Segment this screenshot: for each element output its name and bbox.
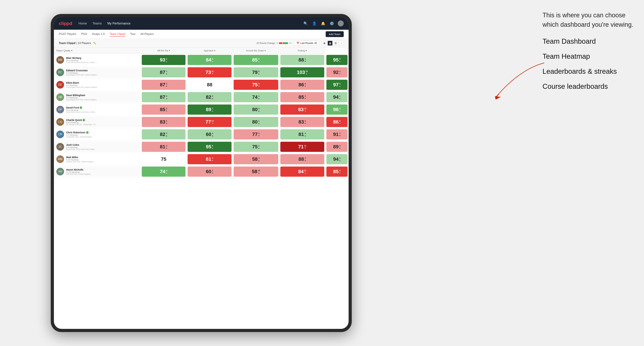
score-box: 854 — [326, 167, 348, 177]
score-value: 88 — [207, 82, 212, 88]
team-title: Team Clippd | 14 Players — [59, 42, 91, 45]
arrow-up-icon — [339, 97, 341, 99]
score-cell-4-4: 963 — [325, 103, 348, 116]
score-change: 15 — [306, 70, 308, 75]
score-box: 10315 — [280, 67, 324, 77]
score-value: 85 — [252, 57, 258, 63]
score-change: 14 — [212, 120, 214, 124]
dashboard-option-item: Team Dashboard — [542, 36, 634, 46]
sub-nav-pga[interactable]: PGA — [81, 32, 87, 37]
arrow-up-icon — [258, 97, 260, 99]
edit-team-icon[interactable]: ✏️ — [93, 42, 96, 44]
sub-nav-team-clippd[interactable]: Team Clippd — [110, 32, 125, 37]
player-cell-6[interactable]: CRChris Robertson✓1-5 HandicapCraigmilla… — [54, 128, 141, 141]
arrow-up-icon — [258, 122, 260, 124]
score-box: 7311 — [188, 67, 232, 77]
score-cell-6-3: 814 — [279, 128, 325, 141]
player-cell-4[interactable]: DFDavid Ford✓Plus HandicapRoyal North De… — [54, 103, 141, 116]
arrow-up-icon — [166, 172, 168, 174]
sub-nav-pgat[interactable]: PGAT Players — [59, 32, 76, 37]
score-box: 897 — [188, 105, 232, 115]
score-box: 871 — [142, 67, 186, 77]
player-cell-9[interactable]: ANAaron Nicholls11-15 HandicapDrift Golf… — [54, 166, 141, 178]
player-club: St. George's Hill GC - Weybridge - Surre… — [66, 124, 98, 126]
sub-nav-all-players[interactable]: All Players — [140, 32, 154, 37]
score-change: 9 — [339, 58, 341, 62]
score-change-value: 9 — [258, 70, 259, 72]
player-cell-2[interactable]: EEElliot Ebert1-5 HandicapSunningdale Go… — [54, 79, 141, 91]
score-value: 58 — [252, 169, 257, 174]
user-avatar[interactable] — [338, 20, 344, 26]
list-view-button[interactable]: ☰ — [333, 41, 338, 46]
score-change: 3 — [166, 132, 168, 137]
score-box: 752 — [234, 142, 278, 152]
score-cell-6-2: 773 — [232, 128, 279, 141]
score-box: 975 — [326, 80, 348, 90]
bell-icon[interactable]: 🔔 — [320, 21, 326, 26]
score-change-value: 1 — [166, 70, 167, 72]
nav-links: Home Teams My Performance — [78, 21, 303, 26]
score-change-value: 1 — [258, 95, 259, 97]
score-value: 74 — [252, 94, 258, 100]
player-name: Charlie Quick✓ — [66, 119, 98, 121]
score-change-value: 14 — [212, 120, 214, 122]
player-cell-3[interactable]: DBDave Billingham1-5 HandicapGog Magog G… — [54, 91, 141, 103]
player-avatar: EC — [56, 68, 64, 76]
score-cell-6-4: 913 — [325, 128, 348, 141]
score-value: 88 — [298, 156, 304, 162]
score-value: 84 — [298, 169, 304, 174]
player-name: Edward Crossman — [66, 69, 97, 72]
score-change: 21 — [304, 170, 306, 174]
score-change-value: 3 — [212, 157, 213, 159]
score-box: 823 — [142, 129, 186, 140]
player-cell-1[interactable]: ECEdward Crossman1-5 HandicapSunningdale… — [54, 66, 141, 79]
verified-badge: ✓ — [80, 106, 82, 109]
player-name: Josh Coles — [66, 144, 98, 146]
player-cell-7[interactable]: JCJosh Coles1-5 HandicapRoyal North Devo… — [54, 141, 141, 153]
search-icon[interactable]: 🔍 — [303, 21, 308, 26]
score-change-value: 2 — [212, 132, 213, 134]
score-change: 8 — [166, 170, 168, 174]
score-cell-2-0: 873 — [141, 79, 187, 91]
score-change: 2 — [304, 157, 306, 162]
add-team-button[interactable]: Add Team — [326, 31, 344, 37]
profile-icon[interactable]: 👤 — [312, 21, 317, 26]
score-change: 4 — [212, 95, 213, 99]
score-box: 753 — [234, 80, 278, 90]
player-cell-8[interactable]: MMMatt Miller6-10 HandicapWoburn Golf Cl… — [54, 153, 141, 166]
score-value: 94 — [333, 94, 338, 100]
neg-value: -5 — [276, 42, 278, 44]
arrow-down-icon — [212, 159, 213, 162]
arrow-up-icon — [339, 110, 341, 112]
last-rounds-button[interactable]: 📅 Last Rounds: 20 — [294, 41, 319, 45]
team-header-bar: Team Clippd | 14 Players ✏️ 20 Round Cha… — [54, 39, 348, 47]
table-row: BMBlair McHargPlus HandicapRoyal North D… — [54, 54, 348, 66]
table-row: ANAaron Nicholls11-15 HandicapDrift Golf… — [54, 166, 348, 178]
sub-nav-hcaps[interactable]: Hcaps 1-5 — [92, 32, 105, 37]
arrow-down-icon — [339, 122, 341, 124]
annotation-area: This is where you can choose which dashb… — [542, 10, 634, 96]
nav-link-teams[interactable]: Teams — [92, 21, 102, 26]
score-cell-8-2: 584 — [232, 153, 279, 166]
score-box: 613 — [188, 154, 232, 164]
heatmap-view-button[interactable]: ▦ — [328, 41, 332, 46]
score-cell-1-4: 923 — [325, 66, 348, 79]
score-value: 85 — [333, 169, 338, 174]
score-box: 958 — [188, 142, 232, 152]
score-value: 74 — [160, 169, 165, 174]
settings-icon[interactable]: ⚙️ — [329, 21, 334, 26]
sub-nav-tour[interactable]: Tour — [130, 32, 136, 37]
score-value: 103 — [297, 70, 305, 75]
grid-view-button[interactable]: ⊞ — [322, 41, 327, 46]
player-cell-0[interactable]: BMBlair McHargPlus HandicapRoyal North D… — [54, 54, 141, 66]
export-button[interactable]: ↓ — [339, 41, 344, 46]
player-name: David Ford✓ — [66, 106, 98, 109]
player-cell-5[interactable]: CQCharlie Quick✓6-10 HandicapSt. George'… — [54, 116, 141, 128]
score-box: 882 — [280, 154, 324, 164]
score-change: 11 — [212, 70, 214, 75]
nav-link-my-performance[interactable]: My Performance — [108, 21, 130, 26]
score-change: 1 — [258, 120, 260, 124]
nav-link-home[interactable]: Home — [78, 21, 87, 26]
score-change-value: 2 — [258, 145, 259, 147]
score-value: 60 — [206, 132, 211, 137]
